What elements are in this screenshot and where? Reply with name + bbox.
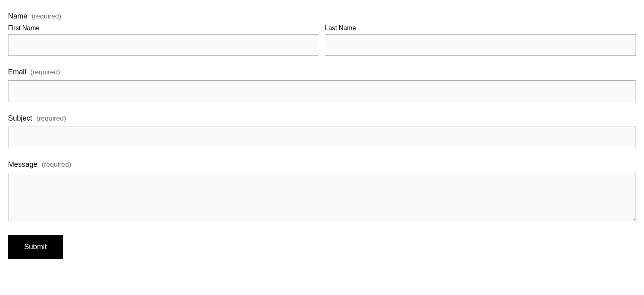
email-label-row: Email (required) xyxy=(8,68,636,76)
name-label-row: Name (required) xyxy=(8,12,636,20)
email-input[interactable] xyxy=(8,80,636,102)
subject-label: Subject xyxy=(8,114,32,122)
name-label: Name xyxy=(8,12,27,20)
name-required: (required) xyxy=(31,12,61,20)
message-group: Message (required) xyxy=(8,160,636,223)
contact-form: Name (required) First Name Last Name Ema… xyxy=(8,12,636,259)
message-textarea[interactable] xyxy=(8,173,636,221)
last-name-input[interactable] xyxy=(325,34,636,56)
last-name-label: Last Name xyxy=(325,25,636,32)
first-name-label: First Name xyxy=(8,25,319,32)
message-label: Message xyxy=(8,160,37,168)
submit-button[interactable]: Submit xyxy=(8,235,63,259)
name-row: First Name Last Name xyxy=(8,25,636,56)
subject-input[interactable] xyxy=(8,127,636,148)
last-name-col: Last Name xyxy=(325,25,636,56)
first-name-col: First Name xyxy=(8,25,319,56)
subject-required: (required) xyxy=(37,115,66,122)
email-label: Email xyxy=(8,68,26,76)
email-required: (required) xyxy=(30,68,60,76)
subject-group: Subject (required) xyxy=(8,114,636,148)
message-required: (required) xyxy=(42,161,72,168)
first-name-input[interactable] xyxy=(8,34,319,56)
message-label-row: Message (required) xyxy=(8,160,636,169)
email-group: Email (required) xyxy=(8,68,636,102)
name-group: Name (required) First Name Last Name xyxy=(8,12,636,56)
subject-label-row: Subject (required) xyxy=(8,114,636,123)
